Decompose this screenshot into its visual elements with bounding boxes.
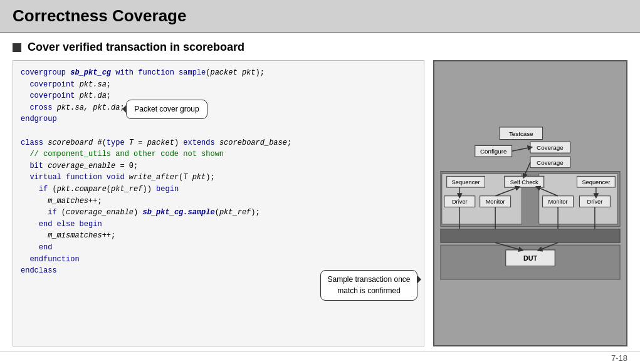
slide-body: Cover verified transaction in scoreboard…: [0, 33, 640, 351]
svg-text:Sequencer: Sequencer: [582, 179, 610, 185]
diagram-panel: Testcase Configure Coverage Coverage: [433, 60, 627, 346]
svg-text:Self Check: Self Check: [510, 179, 538, 185]
code-panel: covergroup sb_pkt_cg with function sampl…: [13, 60, 424, 346]
architecture-diagram: Testcase Configure Coverage Coverage: [438, 65, 622, 341]
svg-rect-27: [441, 229, 620, 243]
page-number: 7-18: [611, 353, 627, 363]
callout-sample-text: Sample transaction oncematch is confirme…: [327, 275, 410, 296]
svg-text:Configure: Configure: [480, 148, 507, 155]
callout-packet-cover-group: Packet cover group: [126, 100, 207, 119]
main-content: covergroup sb_pkt_cg with function sampl…: [13, 60, 627, 346]
svg-text:DUT: DUT: [523, 254, 538, 262]
svg-text:Testcase: Testcase: [509, 130, 533, 137]
slide-footer: 7-18: [0, 351, 640, 364]
subtitle-text: Cover verified transaction in scoreboard: [28, 41, 244, 54]
svg-text:Monitor: Monitor: [486, 199, 505, 205]
bullet-icon: [13, 43, 21, 52]
callout-sample-transaction: Sample transaction oncematch is confirme…: [320, 270, 417, 301]
slide-title: Correctness Coverage: [13, 6, 627, 26]
slide-subtitle: Cover verified transaction in scoreboard: [13, 41, 627, 54]
svg-text:Monitor: Monitor: [548, 199, 568, 205]
slide-header: Correctness Coverage: [0, 0, 640, 33]
slide: Correctness Coverage Cover verified tran…: [0, 0, 640, 364]
svg-text:Coverage: Coverage: [537, 144, 564, 151]
svg-text:Driver: Driver: [452, 199, 468, 205]
svg-text:Sequencer: Sequencer: [452, 179, 480, 185]
code-block: covergroup sb_pkt_cg with function sampl…: [21, 67, 416, 277]
svg-text:Coverage: Coverage: [537, 159, 564, 166]
svg-text:Driver: Driver: [587, 199, 603, 205]
